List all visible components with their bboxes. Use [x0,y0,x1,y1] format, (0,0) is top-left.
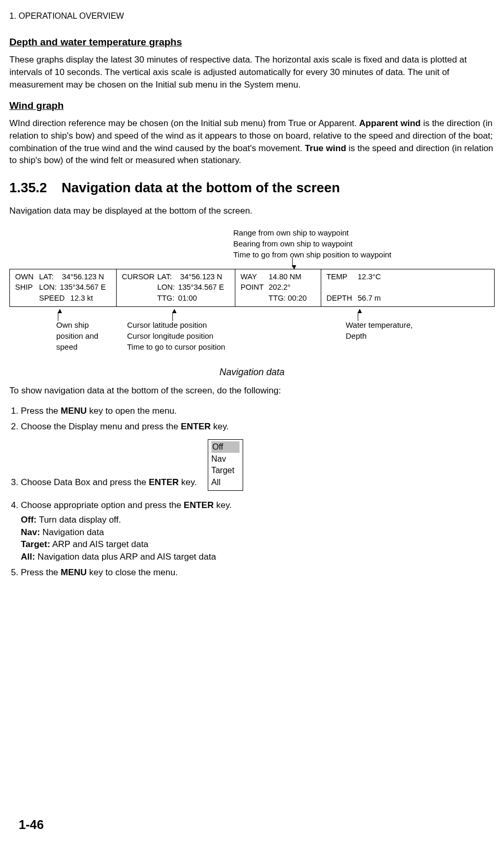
key-name: ENTER [184,500,214,510]
figure: Range from own ship to waypoint Bearing … [9,227,495,379]
list-item: Choose the Display menu and press the EN… [21,420,495,433]
label: DEPTH [326,293,356,303]
text: Turn data display off. [36,515,121,525]
figure-caption: Navigation data [9,366,495,379]
annotation-line: Time to go to cursor position [127,341,252,352]
value: 12.3°C [358,273,381,281]
label: TTG: [269,294,286,302]
label: LON: [157,282,176,292]
label: SPEED [39,293,68,303]
label: LAT: [157,271,178,282]
subsection-number: 1.35.2 [9,178,47,197]
option-desc: All: Navigation data plus ARP and AIS ta… [21,551,495,563]
subsection-title: Navigation data at the bottom of the scr… [61,180,340,195]
menu-option: Target [211,465,240,476]
annotation-bottom-row: ▲│ Own ship position and speed ▲│ Cursor… [9,308,495,352]
bold-term: Apparent wind [359,118,421,128]
value: 34°56.123 N [62,273,104,281]
subsection-heading: 1.35.2Navigation data at the bottom of t… [9,178,495,197]
text: Choose the Display menu and press the [21,422,181,431]
section-heading-depth: Depth and water temperature graphs [9,35,495,49]
arrow-up-icon: ▲│ [356,308,413,319]
value: 202.2° [269,283,291,291]
text: Choose Data Box and press the [21,477,149,487]
body-text: Navigation data may be displayed at the … [9,205,495,217]
text: key to close the menu. [87,567,178,577]
annotation-temp-depth: ▲│ Water temperature, Depth [346,308,413,352]
opt-name: Nav: [21,527,40,537]
option-descriptions: Off: Turn data display off. Nav: Navigat… [21,514,495,563]
value: 135°34.567 E [178,283,224,291]
value: 135°34.567 E [60,283,106,291]
menu-option-selected: Off [211,441,240,453]
text: key. [179,477,197,487]
body-text: To show navigation data at the bottom of… [9,385,495,397]
procedure-list: Press the MENU key to open the menu. Cho… [9,405,495,578]
opt-name: Target: [21,539,50,549]
annotation-cursor: ▲│ Cursor latitude position Cursor longi… [127,308,252,352]
list-item: Choose appropriate option and press the … [21,499,495,563]
text: Choose appropriate option and press the [21,500,184,510]
chapter-header: 1. OPERATIONAL OVERVIEW [9,10,495,22]
arrow-up-icon: ▲│ [171,308,252,319]
value: 01:00 [178,294,197,302]
menu-option: Nav [211,453,240,465]
section-heading-wind: Wind graph [9,99,495,113]
annotation-line: Time to go from own ship position to way… [233,249,495,260]
label: WAY [241,271,267,282]
nav-data-bar: OWN LAT: 34°56.123 N SHIP LON: 135°34.56… [9,269,495,307]
label: CURSOR [122,271,155,282]
page-number: 1-46 [19,816,44,834]
text: key to open the menu. [87,406,177,416]
list-item: Press the MENU key to open the menu. [21,405,495,417]
annotation-line: speed [56,341,124,352]
text: Navigation data [40,527,104,537]
waypoint-cell: WAY 14.80 NM POINT 202.2° TTG: 00:20 [235,269,321,306]
option-desc: Target: ARP and AIS target data [21,538,495,551]
label: LAT: [39,271,60,282]
text: WInd direction reference may be chosen (… [9,118,359,128]
value: 00:20 [288,294,307,302]
key-name: ENTER [149,477,179,487]
value: 12.3 kt [70,294,93,302]
annotation-line: Own ship [56,319,124,330]
bold-term: True wind [305,143,346,153]
label: TEMP [326,271,356,282]
cursor-cell: CURSOR LAT: 34°56.123 N LON: 135°34.567 … [117,269,235,306]
opt-name: Off: [21,515,36,525]
text: Press the [21,567,61,577]
label: SHIP [15,282,37,292]
arrow-down-icon: │▼ [291,260,495,269]
opt-name: All: [21,552,35,562]
annotation-line: Bearing from own ship to waypoint [233,238,495,249]
temp-depth-cell: TEMP 12.3°C DEPTH 56.7 m [321,269,494,306]
value: 34°56.123 N [180,273,222,281]
label: POINT [241,282,267,292]
value: 14.80 NM [269,273,301,281]
annotation-line: Cursor longitude position [127,330,252,341]
annotation-own: ▲│ Own ship position and speed [56,308,124,352]
annotation-line: Water temperature, [346,319,413,330]
value: 56.7 m [358,294,381,302]
menu-option: All [211,477,240,488]
list-item: Choose Data Box and press the ENTER key.… [21,436,495,496]
label: TTG: [157,293,176,303]
key-name: MENU [61,567,87,577]
text: Press the [21,406,61,416]
own-ship-cell: OWN LAT: 34°56.123 N SHIP LON: 135°34.56… [10,269,117,306]
annotation-line: Range from own ship to waypoint [233,227,495,238]
arrow-up-icon: ▲│ [56,308,124,319]
text: key. [211,422,229,431]
text: ARP and AIS target data [50,539,148,549]
option-desc: Nav: Navigation data [21,526,495,539]
annotation-top: Range from own ship to waypoint Bearing … [233,227,495,260]
body-text: These graphs display the latest 30 minut… [9,54,495,91]
text: Navigation data plus ARP and AIS target … [35,552,216,562]
body-text: WInd direction reference may be chosen (… [9,117,495,167]
key-name: MENU [61,406,87,416]
label: LON: [39,282,58,292]
annotation-line: position and [56,330,124,341]
annotation-line: Cursor latitude position [127,319,252,330]
list-item: Press the MENU key to close the menu. [21,566,495,579]
text: key. [213,500,232,510]
